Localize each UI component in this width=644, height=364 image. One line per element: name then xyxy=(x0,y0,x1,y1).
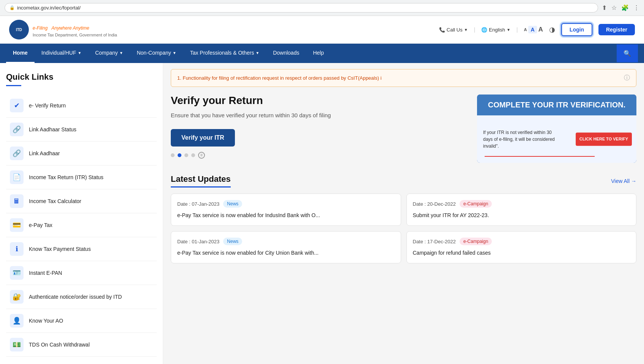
update-card-4[interactable]: Date : 17-Dec-2022 e-Campaign Campaign f… xyxy=(406,231,637,263)
browser-actions: ⬆ ☆ 🧩 ⋮ xyxy=(602,4,639,11)
nav-item-non-company[interactable]: Non-Company ▼ xyxy=(130,44,183,63)
lock-icon: 🔒 xyxy=(9,5,15,10)
sidebar-item-instant-epan[interactable]: 🪪 Instant E-PAN xyxy=(6,261,157,285)
link-status-icon: 🔗 xyxy=(10,123,24,136)
ao-icon: 👤 xyxy=(10,314,24,328)
emblem-text: ITD xyxy=(16,28,22,32)
menu-icon[interactable]: ⋮ xyxy=(633,4,639,11)
nav-item-tax-professionals[interactable]: Tax Professionals & Others ▼ xyxy=(183,44,266,63)
font-large-btn[interactable]: A xyxy=(539,26,543,33)
url-bar[interactable]: 🔒 incometax.gov.in/iec/foportal/ xyxy=(5,3,598,13)
nav-item-company[interactable]: Company ▼ xyxy=(88,44,130,63)
carousel-dot-2[interactable] xyxy=(178,153,181,157)
department-tagline: Income Tax Department, Government of Ind… xyxy=(33,32,117,38)
login-button[interactable]: Login xyxy=(561,23,592,36)
main-nav: Home Individual/HUF ▼ Company ▼ Non-Comp… xyxy=(0,44,644,63)
call-us-button[interactable]: 📞 Call Us ▼ xyxy=(439,27,468,33)
url-text: incometax.gov.in/iec/foportal/ xyxy=(17,5,80,11)
verify-itr-button[interactable]: Verify your ITR xyxy=(171,129,235,147)
phone-icon: 📞 xyxy=(439,27,445,33)
nav-item-home[interactable]: Home xyxy=(6,44,35,63)
browser-bar: 🔒 incometax.gov.in/iec/foportal/ ⬆ ☆ 🧩 ⋮ xyxy=(0,0,644,16)
contrast-icon[interactable]: ◑ xyxy=(549,25,555,34)
sidebar-item-epay-tax[interactable]: 💳 e-Pay Tax xyxy=(6,213,157,237)
update-meta-2: Date : 20-Dec-2022 e-Campaign xyxy=(413,200,630,208)
update-date-1: Date : 07-Jan-2023 xyxy=(177,201,219,207)
carousel-pause-btn[interactable]: ⏸ xyxy=(198,152,205,159)
register-button[interactable]: Register xyxy=(598,24,635,35)
updates-title: Latest Updates xyxy=(171,174,231,188)
payment-status-icon: ℹ xyxy=(10,242,24,256)
link-icon: 🔗 xyxy=(10,147,24,160)
itr-banner: COMPLETE YOUR ITR VERIFICATION. If your … xyxy=(477,95,636,163)
update-date-2: Date : 20-Dec-2022 xyxy=(413,201,456,207)
sidebar-item-itr-status[interactable]: 📄 Income Tax Return (ITR) Status xyxy=(6,165,157,189)
carousel-dots: ⏸ xyxy=(171,152,469,159)
hero-description: Ensure that you have verified your retur… xyxy=(171,111,469,120)
nav-chevron3: ▼ xyxy=(173,51,176,55)
update-badge-1: News xyxy=(223,200,242,208)
update-text-4: Campaign for refund failed cases xyxy=(413,249,630,257)
search-button[interactable]: 🔍 xyxy=(617,44,638,62)
font-small-btn[interactable]: A xyxy=(524,27,527,32)
itr-banner-header: COMPLETE YOUR ITR VERIFICATION. xyxy=(477,95,636,115)
view-all-button[interactable]: View All → xyxy=(611,178,636,184)
sidebar-title: Quick Links xyxy=(6,72,157,82)
sidebar-item-link-aadhaar-status[interactable]: 🔗 Link Aadhaar Status xyxy=(6,118,157,142)
update-card-1[interactable]: Date : 07-Jan-2023 News e-Pay Tax servic… xyxy=(171,194,401,226)
carousel-dot-4[interactable] xyxy=(191,153,195,157)
sidebar-item-tds-cash-withdrawal[interactable]: 💵 TDS On Cash Withdrawal xyxy=(6,333,157,357)
notification-text: 1. Functionality for filing of rectifica… xyxy=(177,75,621,81)
tds-icon: 💵 xyxy=(10,338,24,351)
sidebar-item-link-aadhaar[interactable]: 🔗 Link Aadhaar xyxy=(6,142,157,165)
update-date-3: Date : 01-Jan-2023 xyxy=(177,239,219,244)
hero-title: Verify your Return xyxy=(171,95,469,107)
nav-item-downloads[interactable]: Downloads xyxy=(266,44,306,63)
itr-banner-body: If your ITR is not verified within 30 da… xyxy=(477,115,636,163)
update-meta-1: Date : 07-Jan-2023 News xyxy=(177,200,395,208)
info-icon[interactable]: ⓘ xyxy=(624,74,630,82)
font-medium-btn[interactable]: A xyxy=(528,26,537,33)
sidebar-item-know-tax-payment-status[interactable]: ℹ Know Tax Payment Status xyxy=(6,237,157,261)
nav-chevron: ▼ xyxy=(78,51,82,55)
font-controls: A A A xyxy=(524,26,543,33)
sidebar-item-authenticate-notice[interactable]: 🔐 Authenticate notice/order issued by IT… xyxy=(6,285,157,309)
sidebar-item-tax-calculator[interactable]: 🖩 Income Tax Calculator xyxy=(6,189,157,213)
itr-banner-sub-text: If your ITR is not verified within 30 da… xyxy=(483,129,559,150)
calculator-icon: 🖩 xyxy=(10,194,24,208)
hero-section: Verify your Return Ensure that you have … xyxy=(171,95,636,163)
sidebar-underline xyxy=(6,85,21,86)
carousel-dot-3[interactable] xyxy=(184,153,188,157)
header-actions: 📞 Call Us ▼ | 🌐 English ▼ | A A A ◑ Logi… xyxy=(439,23,635,36)
update-text-3: e-Pay Tax service is now enabled for Cit… xyxy=(177,249,395,257)
bookmark-icon[interactable]: ☆ xyxy=(611,4,617,11)
lang-chevron: ▼ xyxy=(507,28,510,32)
update-meta-4: Date : 17-Dec-2022 e-Campaign xyxy=(413,238,630,245)
logo-emblem: ITD xyxy=(9,20,29,39)
auth-icon: 🔐 xyxy=(10,290,24,304)
verify-icon: ✔ xyxy=(10,99,24,112)
extensions-icon[interactable]: 🧩 xyxy=(621,4,629,11)
click-here-button[interactable]: CLICK HERE TO VERIFY xyxy=(576,132,632,146)
nav-item-individual-huf[interactable]: Individual/HUF ▼ xyxy=(35,44,88,63)
sidebar-item-verify-return[interactable]: ✔ e- Verify Return xyxy=(6,94,157,118)
carousel-dot-1[interactable] xyxy=(171,153,175,157)
notification-banner: 1. Functionality for filing of rectifica… xyxy=(171,69,636,87)
nav-item-help[interactable]: Help xyxy=(306,44,331,63)
sidebar-item-know-your-ao[interactable]: 👤 Know Your AO xyxy=(6,309,157,333)
main-content: Quick Links ✔ e- Verify Return 🔗 Link Aa… xyxy=(0,63,644,364)
logo-text: e-Filing Anywhere Anytime Income Tax Dep… xyxy=(33,22,117,38)
update-text-2: Submit your ITR for AY 2022-23. xyxy=(413,211,630,219)
language-selector[interactable]: 🌐 English ▼ xyxy=(481,27,510,33)
hero-text: Verify your Return Ensure that you have … xyxy=(171,95,469,159)
hero-image: COMPLETE YOUR ITR VERIFICATION. If your … xyxy=(477,95,636,163)
call-chevron: ▼ xyxy=(464,28,468,32)
update-text-1: e-Pay Tax service is now enabled for Ind… xyxy=(177,211,395,219)
epay-icon: 💳 xyxy=(10,218,24,232)
arrow-decoration xyxy=(485,156,595,157)
update-card-3[interactable]: Date : 01-Jan-2023 News e-Pay Tax servic… xyxy=(171,231,401,263)
update-card-2[interactable]: Date : 20-Dec-2022 e-Campaign Submit you… xyxy=(406,194,637,226)
sidebar: Quick Links ✔ e- Verify Return 🔗 Link Aa… xyxy=(0,63,163,364)
share-icon[interactable]: ⬆ xyxy=(602,4,607,11)
content-area: 1. Functionality for filing of rectifica… xyxy=(163,63,644,364)
